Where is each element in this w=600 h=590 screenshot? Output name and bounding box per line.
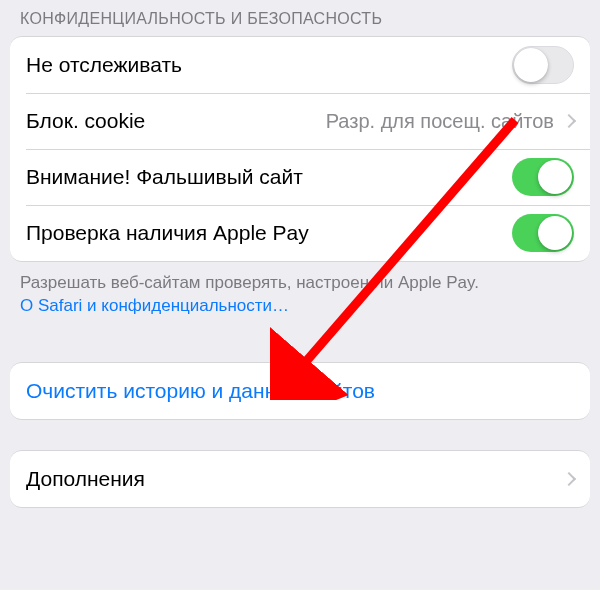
about-safari-privacy-link[interactable]: О Safari и конфиденциальности… bbox=[20, 296, 289, 315]
row-clear-history[interactable]: Очистить историю и данные сайтов bbox=[10, 363, 590, 419]
clear-history-group: Очистить историю и данные сайтов bbox=[10, 362, 590, 420]
row-block-cookie[interactable]: Блок. cookie Разр. для посещ. сайтов bbox=[10, 93, 590, 149]
clear-history-button[interactable]: Очистить историю и данные сайтов bbox=[26, 379, 375, 403]
block-cookie-value: Разр. для посещ. сайтов bbox=[326, 110, 554, 133]
footer-text: Разрешать веб-сайтам проверять, настроен… bbox=[20, 273, 479, 292]
privacy-group: Не отслеживать Блок. cookie Разр. для по… bbox=[10, 36, 590, 262]
fraud-warning-toggle[interactable] bbox=[512, 158, 574, 196]
row-do-not-track[interactable]: Не отслеживать bbox=[10, 37, 590, 93]
toggle-knob-icon bbox=[538, 160, 572, 194]
privacy-footer-note: Разрешать веб-сайтам проверять, настроен… bbox=[0, 262, 600, 318]
block-cookie-label: Блок. cookie bbox=[26, 109, 326, 133]
extensions-label: Дополнения bbox=[26, 467, 560, 491]
toggle-knob-icon bbox=[514, 48, 548, 82]
section-header-privacy: КОНФИДЕНЦИАЛЬНОСТЬ И БЕЗОПАСНОСТЬ bbox=[0, 0, 600, 36]
apple-pay-check-label: Проверка наличия Apple Pay bbox=[26, 221, 512, 245]
chevron-right-icon bbox=[562, 472, 576, 486]
row-apple-pay-check[interactable]: Проверка наличия Apple Pay bbox=[10, 205, 590, 261]
extensions-group: Дополнения bbox=[10, 450, 590, 508]
chevron-right-icon bbox=[562, 114, 576, 128]
toggle-knob-icon bbox=[538, 216, 572, 250]
do-not-track-label: Не отслеживать bbox=[26, 53, 512, 77]
do-not-track-toggle[interactable] bbox=[512, 46, 574, 84]
apple-pay-check-toggle[interactable] bbox=[512, 214, 574, 252]
row-fraud-warning[interactable]: Внимание! Фальшивый сайт bbox=[10, 149, 590, 205]
fraud-warning-label: Внимание! Фальшивый сайт bbox=[26, 165, 512, 189]
row-extensions[interactable]: Дополнения bbox=[10, 451, 590, 507]
